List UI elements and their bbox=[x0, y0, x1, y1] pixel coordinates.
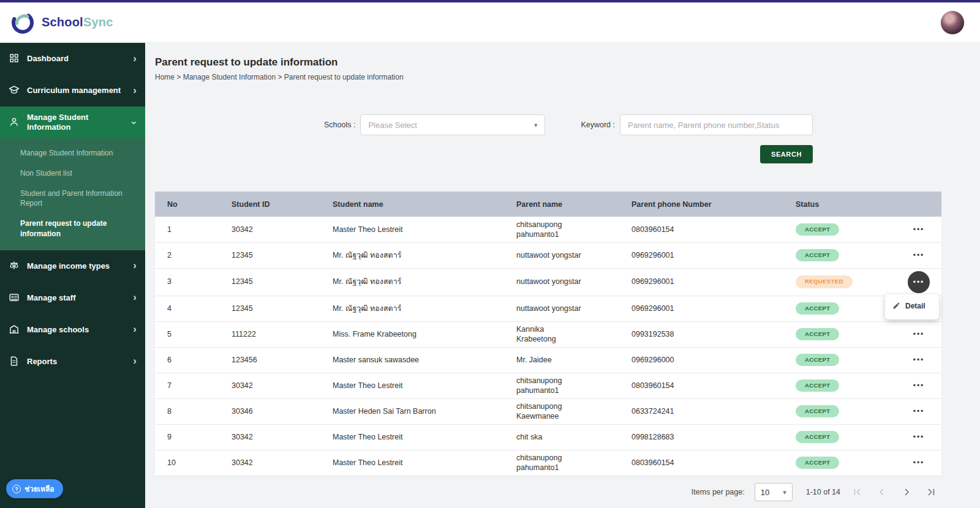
schoolsync-logo-icon bbox=[9, 9, 37, 37]
submenu-item-non-student-list[interactable]: Non Student list bbox=[0, 163, 145, 184]
user-avatar[interactable] bbox=[941, 11, 964, 34]
breadcrumb: Home > Manage Student Information > Pare… bbox=[155, 73, 965, 81]
app: SchoolSync Dashboard›Curriculum manageme… bbox=[0, 0, 980, 508]
parent-phone: 0998128683 bbox=[631, 433, 674, 441]
schools-select-value: Please Select bbox=[368, 121, 417, 130]
row-menu-button[interactable]: ••• bbox=[913, 458, 925, 467]
staff-icon bbox=[9, 292, 21, 304]
keyword-input[interactable] bbox=[620, 114, 813, 135]
parent-phone: 0993192538 bbox=[631, 330, 674, 338]
chevron-right-icon: › bbox=[133, 324, 137, 334]
row-number: 4 bbox=[167, 304, 172, 313]
student-name: Master Theo Lestreit bbox=[333, 225, 402, 234]
student-icon bbox=[9, 116, 21, 129]
brand-name: SchoolSync bbox=[42, 15, 113, 29]
help-button-label: ช่วยเหลือ bbox=[24, 483, 55, 495]
last-page-button[interactable] bbox=[924, 485, 938, 499]
page-header: Parent request to update information Hom… bbox=[145, 43, 980, 81]
search-button[interactable]: SEARCH bbox=[760, 145, 813, 163]
row-number: 5 bbox=[167, 330, 172, 338]
column-header-actions bbox=[899, 192, 941, 217]
chevron-down-icon: › bbox=[130, 121, 140, 124]
row-menu-button[interactable]: ••• bbox=[913, 225, 925, 234]
student-id: 30342 bbox=[232, 381, 253, 390]
sidebar-item-label: Curriculum management bbox=[27, 86, 127, 95]
row-menu-button[interactable]: ••• bbox=[913, 251, 925, 260]
keyword-filter-group: Keyword : SEARCH bbox=[581, 114, 813, 163]
previous-page-button[interactable] bbox=[875, 485, 889, 499]
help-button[interactable]: ? ช่วยเหลือ bbox=[6, 479, 63, 498]
sidebar-nav: Dashboard›Curriculum management›Manage S… bbox=[0, 43, 145, 378]
row-number: 9 bbox=[167, 433, 172, 441]
column-header-parent-phone-number: Parent phone Number bbox=[619, 192, 783, 217]
row-menu-button-open[interactable]: ••• bbox=[908, 271, 930, 293]
parent-name: Kannika Krabeetong bbox=[516, 324, 585, 345]
status-badge: ACCEPT bbox=[796, 405, 839, 417]
table-row: 130342Master Theo Lestreitchitsanupong p… bbox=[155, 217, 941, 242]
chevron-right-icon: › bbox=[133, 292, 137, 302]
ellipsis-icon: ••• bbox=[913, 278, 925, 286]
status-badge: ACCEPT bbox=[796, 379, 839, 392]
main-content: Parent request to update information Hom… bbox=[145, 43, 980, 508]
sidebar-item-label: Manage income types bbox=[27, 261, 127, 271]
sidebar-item-manage-schools[interactable]: Manage schools› bbox=[0, 314, 145, 346]
table-row: 830346Master Heden Sai Tarn Barronchitsa… bbox=[155, 398, 941, 424]
parent-phone: 0633724241 bbox=[631, 407, 674, 416]
schools-icon bbox=[9, 324, 21, 336]
first-page-button[interactable] bbox=[850, 485, 865, 499]
student-name: Mr. ณัฐวุฒิ ทองสตาร์ bbox=[333, 251, 401, 260]
sidebar-item-dashboard[interactable]: Dashboard› bbox=[0, 43, 145, 75]
student-id: 12345 bbox=[232, 251, 253, 260]
table-row: 5111222Miss. Frame KrabeetongKannika Kra… bbox=[155, 321, 941, 347]
student-id: 123456 bbox=[232, 356, 257, 364]
parent-name: chit ska bbox=[516, 432, 542, 442]
row-menu-button[interactable]: ••• bbox=[913, 330, 925, 338]
submenu-item-student-and-parent-information-report[interactable]: Student and Parent Information Report bbox=[0, 184, 145, 214]
row-number: 3 bbox=[167, 277, 172, 286]
pagination-bar: Items per page: 10 ▾ 1-10 of 14 bbox=[145, 476, 980, 501]
schools-select[interactable]: Please Select ▾ bbox=[360, 114, 545, 135]
sidebar-item-manage-student-information[interactable]: Manage Student Information› bbox=[0, 106, 145, 138]
sidebar-item-reports[interactable]: Reports› bbox=[0, 346, 145, 378]
student-id: 30342 bbox=[232, 433, 253, 441]
sidebar-item-label: Reports bbox=[27, 357, 127, 367]
status-badge: ACCEPT bbox=[796, 249, 839, 261]
student-id: 30342 bbox=[232, 458, 253, 467]
table-row: 1030342Master Theo Lestreitchitsanupong … bbox=[155, 450, 941, 476]
chevron-right-icon: › bbox=[133, 53, 137, 64]
row-menu-button[interactable]: ••• bbox=[913, 381, 925, 390]
parent-phone: 0969296001 bbox=[631, 304, 674, 313]
table-row: 6123456Master sansuk sawasdeeMr. Jaidee0… bbox=[155, 347, 941, 373]
student-id: 12345 bbox=[232, 277, 253, 286]
brand-sync: Sync bbox=[83, 15, 113, 29]
column-header-parent-name: Parent name bbox=[504, 192, 619, 217]
app-header: SchoolSync bbox=[0, 0, 980, 43]
pagination-range: 1-10 of 14 bbox=[806, 488, 840, 496]
row-number: 10 bbox=[167, 458, 176, 467]
parent-phone: 0969296000 bbox=[631, 356, 674, 364]
row-menu-button[interactable]: ••• bbox=[913, 407, 925, 416]
chevron-right-icon: › bbox=[133, 260, 137, 271]
sidebar-item-manage-staff[interactable]: Manage staff› bbox=[0, 282, 145, 314]
detail-menu-item[interactable]: Detail bbox=[905, 302, 925, 312]
chevron-right-icon: › bbox=[133, 85, 137, 95]
row-menu-popup: Detail bbox=[885, 294, 939, 319]
page-title: Parent request to update information bbox=[155, 56, 965, 69]
brand-logo[interactable]: SchoolSync bbox=[9, 9, 113, 37]
submenu-item-manage-student-information[interactable]: Manage Student Information bbox=[0, 143, 145, 163]
sidebar-item-label: Manage staff bbox=[27, 293, 127, 303]
next-page-button[interactable] bbox=[899, 485, 914, 499]
requests-table: NoStudent IDStudent nameParent nameParen… bbox=[155, 192, 941, 476]
submenu-item-parent-request-to-update-information[interactable]: Parent request to update information bbox=[0, 214, 145, 244]
status-badge: ACCEPT bbox=[796, 431, 839, 443]
sidebar-item-curriculum-management[interactable]: Curriculum management› bbox=[0, 75, 145, 106]
student-name: Master Theo Lestreit bbox=[333, 433, 402, 441]
status-badge: ACCEPT bbox=[796, 328, 839, 340]
sidebar-item-manage-income-types[interactable]: Manage income types› bbox=[0, 250, 145, 282]
row-number: 6 bbox=[167, 356, 172, 364]
sidebar-item-label: Manage Student Information bbox=[27, 113, 127, 133]
items-per-page-select[interactable]: 10 ▾ bbox=[755, 483, 793, 501]
row-menu-button[interactable]: ••• bbox=[913, 433, 925, 441]
row-menu-button[interactable]: ••• bbox=[913, 356, 925, 364]
student-name: Master Heden Sai Tarn Barron bbox=[333, 407, 436, 416]
